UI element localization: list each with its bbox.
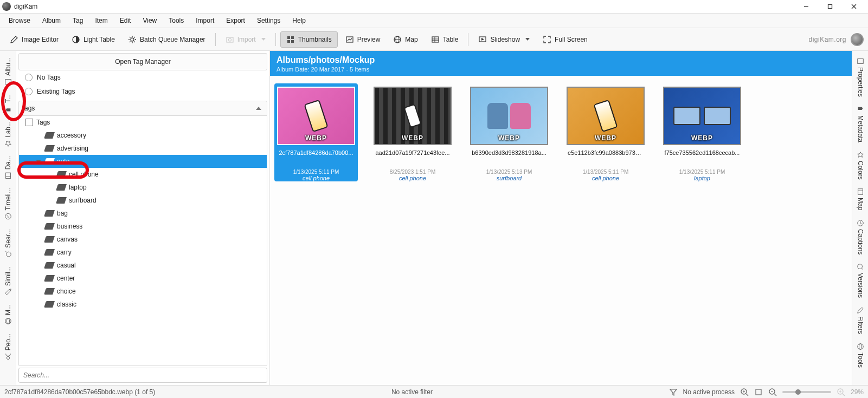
map-button[interactable]: Map [388,32,423,47]
side-tab-t-[interactable]: T... [3,90,13,117]
svg-marker-29 [481,38,484,41]
batch-queue-label: Batch Queue Manager [140,36,205,43]
side-tab-timeli-[interactable]: Timeli... [3,184,13,225]
side-tab-albu-[interactable]: Albu... [3,53,13,90]
tag-icon [56,184,67,191]
side-tab-m-[interactable]: M... [3,300,13,329]
batch-queue-button[interactable]: Batch Queue Manager [123,32,211,47]
tag-tree[interactable]: Tags accessoryadvertisingautocell phonel… [18,116,267,366]
funnel-icon[interactable] [669,388,678,396]
existing-tags-radio[interactable]: Existing Tags [16,84,269,99]
zoom-slider[interactable] [782,391,831,393]
side-tab-filters[interactable]: Filters [856,302,865,338]
tag-item-business[interactable]: business [19,220,267,233]
tag-icon [44,288,55,295]
thumbnail-item[interactable]: WEBPb6390ed3d3d983281918a...1/13/2025 5:… [467,83,551,181]
side-tab-icon [4,288,12,296]
zoom-fit-icon[interactable] [754,388,763,396]
thumbnails-button[interactable]: Thumbnails [280,31,338,48]
tag-item-carry[interactable]: carry [19,246,267,259]
side-tab-da-[interactable]: Da... [3,152,13,184]
menu-edit[interactable]: Edit [114,15,137,27]
menu-view[interactable]: View [137,15,162,27]
thumbnail-item[interactable]: WEBPe5e112b3fc99a0883b973e...1/13/2025 5… [564,83,647,181]
slideshow-button[interactable]: Slideshow [473,32,535,47]
thumbnail-item[interactable]: WEBPf75ce735562ed1168cecab...1/13/2025 5… [660,83,744,181]
light-table-button[interactable]: Light Table [66,32,120,47]
tag-filter-field[interactable]: ags [18,101,267,116]
no-tags-label: No Tags [37,74,61,81]
tag-item-accessory[interactable]: accessory [19,129,267,142]
thumbnail-grid[interactable]: WEBP2cf787a1df84286da70b00...1/13/2025 5… [270,76,852,189]
zoom-plus-icon[interactable] [837,388,845,396]
status-filter: No active filter [391,388,433,396]
tag-item-auto[interactable]: auto [19,155,267,168]
full-screen-button[interactable]: Full Screen [537,32,593,47]
side-tab-tools[interactable]: Tools [856,338,865,372]
side-tab-peo-[interactable]: Peo... [3,329,13,364]
menu-tools[interactable]: Tools [163,15,189,27]
tag-item-center[interactable]: center [19,272,267,285]
menu-album[interactable]: Album [37,15,66,27]
no-tags-radio[interactable]: No Tags [16,70,269,84]
tag-search-input[interactable] [18,368,267,383]
table-button[interactable]: Table [426,32,464,47]
menu-item[interactable]: Item [89,15,113,27]
menu-help[interactable]: Help [287,15,311,27]
svg-rect-1 [828,5,832,9]
close-button[interactable] [842,0,866,14]
tag-item-advertising[interactable]: advertising [19,142,267,155]
thumbnail-item[interactable]: WEBPaad21d07a19f7271c43fee...8/25/2023 1… [371,83,454,181]
menu-import[interactable]: Import [190,15,220,27]
side-tab-sear-[interactable]: Sear... [3,225,13,262]
side-tab-colors[interactable]: Colors [856,147,865,184]
tag-item-casual[interactable]: casual [19,259,267,272]
maximize-button[interactable] [818,0,842,14]
chevron-down-icon [525,38,530,41]
menu-export[interactable]: Export [221,15,250,27]
menu-tag[interactable]: Tag [67,15,88,27]
tag-icon [44,145,55,152]
chevron-down-icon [261,38,266,41]
thumbnail-date: 1/13/2025 5:11 PM [583,169,629,175]
zoom-in-icon[interactable] [740,388,749,396]
thumbnail-item[interactable]: WEBP2cf787a1df84286da70b00...1/13/2025 5… [274,83,358,181]
image-editor-button[interactable]: Image Editor [4,32,64,47]
statusbar: 2cf787a1df84286da70b00c57e65bbdc.webp (1… [0,385,868,398]
tag-item-cell-phone[interactable]: cell phone [19,168,267,181]
tag-item-classic[interactable]: classic [19,298,267,311]
side-tab-versions[interactable]: Versions [856,259,865,302]
toolbar-separator [215,33,216,46]
menu-settings[interactable]: Settings [252,15,286,27]
side-tab-simil-[interactable]: Simil... [3,262,13,300]
side-tab-map[interactable]: Map [856,184,865,214]
side-tab-properties[interactable]: Properties [856,53,865,101]
zoom-out-icon[interactable] [768,388,777,396]
tag-icon [44,223,55,230]
thumbnails-label: Thumbnails [298,36,332,43]
minimize-button[interactable] [794,0,818,14]
tag-item-choice[interactable]: choice [19,285,267,298]
album-header: Albums/photos/Mockup Album Date: 20 Mar … [270,51,852,76]
svg-line-38 [5,251,7,252]
open-tag-manager-button[interactable]: Open Tag Manager [18,53,267,70]
existing-tags-label: Existing Tags [37,88,75,95]
side-tab-lab-[interactable]: Lab... [3,117,13,152]
menu-browse[interactable]: Browse [3,15,36,27]
preview-button[interactable]: Preview [340,32,386,47]
tag-tree-root[interactable]: Tags [19,116,267,129]
tag-item-canvas[interactable]: canvas [19,233,267,246]
side-tab-metadata[interactable]: Metadata [856,101,865,147]
side-tab-captions[interactable]: Captions [856,215,865,259]
image-editor-label: Image Editor [22,36,59,43]
import-button[interactable]: Import [220,32,271,47]
tag-icon [44,236,55,243]
brand-link[interactable]: digiKam.org [808,33,864,46]
tag-item-laptop[interactable]: laptop [19,181,267,194]
status-process: No active process [683,388,735,396]
thumbnail-tag: surfboard [497,175,522,181]
chevron-down-icon[interactable] [35,158,42,165]
tag-item-surfboard[interactable]: surfboard [19,194,267,207]
tag-item-bag[interactable]: bag [19,207,267,220]
thumbnail-filename: f75ce735562ed1168cecab... [664,149,740,156]
